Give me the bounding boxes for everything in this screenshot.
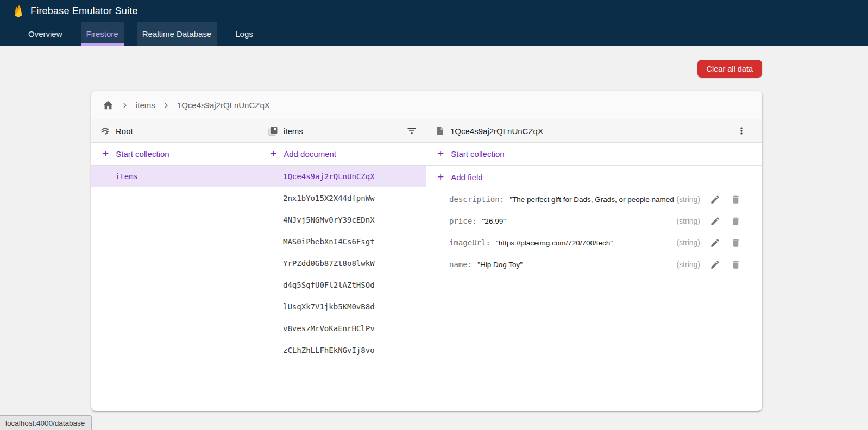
collection-panel-title: items [284, 127, 303, 136]
field-value: "26.99" [482, 217, 506, 225]
firebase-logo-icon [13, 4, 23, 18]
plus-icon: + [437, 171, 444, 182]
clear-all-data-button[interactable]: Clear all data [697, 60, 762, 78]
field-row: imageUrl: "https://placeimg.com/720/700/… [426, 232, 762, 254]
field-value: "The perfect gift for Dads, Grads, or pe… [510, 195, 676, 204]
document-list-item[interactable]: 2nx1bYo15X2X44dfpnWw [259, 187, 426, 209]
start-collection-button[interactable]: + Start collection [426, 143, 762, 166]
add-field-button[interactable]: + Add field [426, 166, 762, 188]
plus-icon: + [102, 148, 109, 159]
field-row: description: "The perfect gift for Dads,… [426, 188, 762, 210]
document-icon [435, 126, 445, 136]
document-panel-title: 1Qce4s9aj2rQLnUnCZqX [450, 127, 543, 136]
delete-field-icon[interactable] [725, 213, 746, 229]
breadcrumb-collection[interactable]: items [136, 100, 155, 110]
collection-list-item[interactable]: items [91, 166, 259, 187]
edit-field-icon[interactable] [705, 192, 725, 207]
field-value: "Hip Dog Toy" [477, 261, 523, 269]
plus-icon: + [270, 148, 276, 159]
field-type: (string) [676, 238, 700, 247]
field-value: "https://placeimg.com/720/700/tech" [496, 239, 613, 247]
edit-field-icon[interactable] [705, 213, 725, 229]
main-nav: Overview Firestore Realtime Database Log… [0, 22, 868, 46]
firestore-card: items 1Qce4s9aj2rQLnUnCZqX [91, 91, 762, 411]
app-title: Firebase Emulator Suite [30, 5, 138, 17]
field-row: name: "Hip Dog Toy" (string) [426, 254, 762, 275]
document-list-item[interactable]: zCLhZhLLFhEkNGvIj8vo [259, 339, 426, 361]
collection-panel: items + Add document 1Qce4s9aj2rQLnUnCZq… [259, 119, 426, 411]
document-panel: 1Qce4s9aj2rQLnUnCZqX + Start collection … [426, 119, 762, 411]
delete-field-icon[interactable] [725, 235, 746, 250]
collection-icon [268, 126, 278, 136]
add-document-button[interactable]: + Add document [259, 143, 426, 166]
firestore-icon [100, 126, 110, 136]
start-collection-button[interactable]: + Start collection [91, 143, 259, 166]
plus-icon: + [437, 148, 444, 159]
edit-field-icon[interactable] [705, 235, 725, 250]
chevron-right-icon [161, 100, 171, 110]
browser-link-preview: localhost:4000/database [0, 415, 92, 430]
breadcrumb-document: 1Qce4s9aj2rQLnUnCZqX [177, 100, 270, 110]
tab-overview[interactable]: Overview [23, 22, 68, 46]
field-name: description: [449, 195, 504, 204]
delete-field-icon[interactable] [725, 192, 746, 207]
tab-firestore[interactable]: Firestore [81, 22, 124, 46]
document-list-item[interactable]: 4NJvj5NGMv0rY39cEDnX [259, 209, 426, 231]
chevron-right-icon [120, 100, 130, 110]
document-list-item[interactable]: MAS0iPhebXnI4Cs6Fsgt [259, 231, 426, 252]
document-list-item[interactable]: 1Qce4s9aj2rQLnUnCZqX [259, 166, 426, 187]
document-list-item[interactable]: lUsqXk7V1jkb5KM0vB8d [259, 296, 426, 318]
document-list-item[interactable]: v8veszMrVoKaEnrHClPv [259, 318, 426, 339]
tab-logs[interactable]: Logs [230, 22, 259, 46]
app-header: Firebase Emulator Suite Overview Firesto… [0, 0, 868, 46]
field-row: price: "26.99" (string) [426, 210, 762, 232]
breadcrumb: items 1Qce4s9aj2rQLnUnCZqX [91, 91, 762, 119]
document-list-item[interactable]: YrPZdd0Gb87Zt8o8lwkW [259, 252, 426, 274]
document-list-item[interactable]: d4q5SqfU0Fl2lAZtHSOd [259, 274, 426, 296]
kebab-menu-icon[interactable] [736, 125, 747, 136]
edit-field-icon[interactable] [705, 257, 725, 272]
delete-field-icon[interactable] [725, 257, 746, 272]
field-type: (string) [676, 195, 700, 204]
root-panel-title: Root [116, 127, 133, 136]
field-name: name: [449, 260, 472, 269]
root-panel: Root + Start collection items [91, 119, 259, 411]
tab-realtime-database[interactable]: Realtime Database [137, 22, 217, 46]
main-content: Clear all data items 1Qce4s9aj2rQLnUnCZq… [91, 60, 762, 411]
field-type: (string) [676, 217, 700, 225]
field-type: (string) [676, 260, 700, 269]
field-name: imageUrl: [449, 238, 490, 247]
filter-icon[interactable] [406, 125, 417, 136]
home-icon[interactable] [102, 99, 114, 111]
field-name: price: [449, 217, 477, 225]
